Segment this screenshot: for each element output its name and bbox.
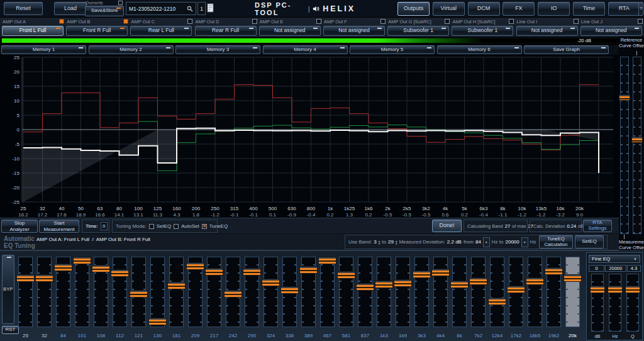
memory-button-memory-1[interactable]: Memory 1 <box>1 45 86 54</box>
eq-band-slider-7k2[interactable] <box>471 257 486 327</box>
channel-button-front-r-full[interactable]: Front R Full <box>66 26 128 36</box>
eq-band-handle[interactable] <box>148 318 167 325</box>
eq-band-handle[interactable] <box>186 262 204 270</box>
eq-band-handle[interactable] <box>375 281 393 288</box>
memory-button-memory-6[interactable]: Memory 6 <box>437 45 522 54</box>
eq-band-handle[interactable] <box>394 279 412 287</box>
fine-eq-q-slider[interactable] <box>626 274 639 332</box>
amp-out-checkbox[interactable] <box>59 19 64 24</box>
fine-eq-q-value[interactable]: 4.3 <box>627 265 641 272</box>
use-band-from[interactable]: 3 <box>374 239 376 245</box>
done-button[interactable]: Done! <box>432 220 462 232</box>
eq-band-handle[interactable] <box>299 266 318 274</box>
memory-button-memory-5[interactable]: Memory 5 <box>350 45 435 54</box>
eq-band-handle[interactable] <box>262 279 280 286</box>
eq-band-handle[interactable] <box>507 286 525 293</box>
filename-input[interactable]: M1-23052022-1210 <box>126 2 196 15</box>
amp-out-checkbox[interactable] <box>445 19 450 24</box>
amp-out-checkbox[interactable] <box>123 19 128 24</box>
rta-settings-button[interactable]: RTA Settings <box>583 220 612 232</box>
eq-band-slider-324[interactable] <box>264 257 278 327</box>
eq-band-slider-467[interactable] <box>320 257 335 327</box>
eq-band-handle[interactable] <box>280 286 299 294</box>
memory-button-save-graph[interactable]: Save Graph <box>524 45 609 54</box>
channel-button-not-assigned[interactable]: Not assigned <box>580 26 642 36</box>
eq-band-handle[interactable] <box>413 271 431 278</box>
eq-band-slider-18k5[interactable] <box>528 257 542 327</box>
eq-band-slider-4k4[interactable] <box>433 257 448 327</box>
nav-tab-virtual[interactable]: Virtual <box>433 2 465 16</box>
save-store-button[interactable]: Save&Store <box>85 6 124 16</box>
fine-eq-gain-value[interactable]: 0 <box>589 265 604 272</box>
channel-button-subwoofer-1[interactable]: Subwoofer 1 <box>387 26 449 36</box>
stop-analyzer-button[interactable]: StopAnalyzer <box>1 220 38 233</box>
eq-band-slider-12k4[interactable] <box>490 257 504 327</box>
eq-band-handle[interactable] <box>167 282 186 289</box>
eq-band-slider-1k9[interactable] <box>396 257 410 327</box>
amp-out-checkbox[interactable] <box>380 19 386 24</box>
amp-out-checkbox[interactable] <box>187 19 192 24</box>
eq-band-handle[interactable] <box>130 290 148 298</box>
fine-eq-freq-value[interactable]: 20000 <box>605 265 626 272</box>
fine-eq-gain-handle[interactable] <box>590 286 605 293</box>
eq-band-slider-20k[interactable] <box>565 257 580 327</box>
fine-eq-q-handle[interactable] <box>625 286 640 293</box>
eq-band-slider-181[interactable] <box>169 257 184 327</box>
eq-band-handle[interactable] <box>545 267 563 275</box>
eq-band-slider-130[interactable] <box>150 257 165 327</box>
eq-band-slider-217[interactable] <box>207 257 221 327</box>
freq-from-value[interactable]: 84 <box>475 239 481 245</box>
eq-band-slider-25[interactable] <box>18 257 33 327</box>
eq-band-slider-3k3[interactable] <box>414 257 429 327</box>
tune-eq-calculation-button[interactable]: TuneEQCalculation <box>539 235 573 249</box>
rta-response-graph[interactable]: 2520151050-5-10-15-20-252516.23217.24017… <box>0 55 619 218</box>
freq-to-dropdown[interactable]: ▼ <box>521 237 528 247</box>
memory-button-memory-3[interactable]: Memory 3 <box>175 45 260 54</box>
help-button[interactable]: ? <box>638 2 643 16</box>
eq-band-slider-581[interactable] <box>339 257 353 327</box>
eq-band-handle[interactable] <box>564 274 582 282</box>
eq-band-slider-6k[interactable] <box>452 257 467 327</box>
spinner-band-to[interactable]: ▴▾ <box>396 240 397 245</box>
nav-tab-fx[interactable]: FX <box>502 2 535 16</box>
bypass-button[interactable]: BYP <box>2 255 14 324</box>
fine-eq-gain-slider[interactable] <box>591 274 604 332</box>
reset-button[interactable]: Reset <box>4 2 43 15</box>
eq-band-handle[interactable] <box>337 271 355 279</box>
eq-band-handle[interactable] <box>356 283 374 291</box>
eq-band-slider-112[interactable] <box>113 257 127 327</box>
edit-document-icon[interactable] <box>207 3 214 13</box>
eq-band-handle[interactable] <box>92 265 110 272</box>
search-icon[interactable] <box>187 6 193 12</box>
fine-eq-freq-slider[interactable] <box>609 274 621 332</box>
amp-out-checkbox[interactable] <box>574 19 579 24</box>
freq-to-value[interactable]: 20000 <box>506 239 519 245</box>
eq-band-handle[interactable] <box>243 268 261 276</box>
tuneeq-checkbox[interactable]: ✕ <box>202 224 207 229</box>
eq-band-slider-101[interactable] <box>75 257 89 327</box>
eq-band-handle[interactable] <box>224 290 242 298</box>
eq-band-handle[interactable] <box>54 264 72 271</box>
memory-button-memory-2[interactable]: Memory 2 <box>89 45 174 54</box>
channel-button-subwoofer-1[interactable]: Subwoofer 1 <box>452 26 513 36</box>
eq-band-handle[interactable] <box>450 281 469 288</box>
eq-band-handle[interactable] <box>431 269 450 276</box>
amp-out-checkbox[interactable] <box>638 19 643 24</box>
amp-out-checkbox[interactable] <box>509 19 514 24</box>
eq-band-handle[interactable] <box>16 274 35 282</box>
start-measurement-button[interactable]: StartMeasurement <box>39 220 79 233</box>
set-eq-button[interactable]: SetEQ <box>575 235 604 249</box>
nav-tab-dcm[interactable]: DCM <box>468 2 500 16</box>
eq-band-slider-1k3[interactable] <box>377 257 391 327</box>
eq-band-slider-837[interactable] <box>358 257 372 327</box>
amp-out-checkbox[interactable] <box>252 19 257 24</box>
channel-button-front-l-full[interactable]: Front L Full <box>2 26 64 36</box>
measurement-curve-offset-slider[interactable] <box>633 57 641 234</box>
eq-band-handle[interactable] <box>111 269 129 277</box>
nav-tab-rta[interactable]: RTA <box>608 2 640 16</box>
eq-band-handle[interactable] <box>73 257 91 264</box>
reference-offset-handle[interactable] <box>619 94 630 101</box>
spinner-band-from[interactable]: ▴▾ <box>379 240 380 245</box>
use-band-to[interactable]: 29 <box>388 239 394 245</box>
time-value[interactable]: 0 <box>101 222 108 230</box>
